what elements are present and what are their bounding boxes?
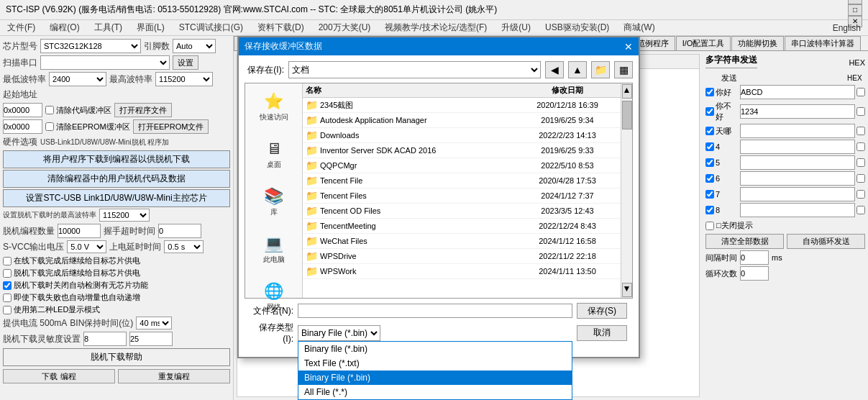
menu-program[interactable]: 编程(O) (45, 21, 83, 35)
send-hex-7[interactable] (856, 190, 865, 199)
tab-io-config[interactable]: I/O配置工具 (676, 36, 731, 50)
menu-file[interactable]: 文件(F) (3, 21, 40, 35)
nav-desktop[interactable]: 🖥 桌面 (263, 137, 285, 173)
help-button[interactable]: 脱机下载帮助 (3, 348, 230, 366)
file-row-10[interactable]: 📁 WPSDrive 2022/11/2 22:18 (303, 249, 621, 264)
prog-count-input[interactable] (58, 224, 101, 238)
clear-all-button[interactable]: 清空全部数据 (705, 234, 784, 249)
repeat-download-button[interactable]: 重复编程 (118, 369, 230, 383)
download-to-programmer-button[interactable]: 将用户程序下载到编程器以供脱机下载 (3, 150, 230, 168)
file-row-3[interactable]: 📁 Inventor Server SDK ACAD 2016 2019/6/2… (303, 143, 621, 158)
chip-select[interactable]: STC32G12K128 (40, 39, 141, 53)
view-toggle-button[interactable]: ▦ (614, 61, 633, 78)
bin-select[interactable]: 40 ms (136, 317, 172, 329)
clear-code-checkbox[interactable] (45, 106, 54, 114)
send-hex-8[interactable] (856, 206, 865, 214)
send-cb-7[interactable] (705, 190, 714, 199)
clear-eeprom-checkbox-row[interactable]: 清除EEPROM缓冲区 (45, 122, 130, 132)
dropdown-item-2[interactable]: Binary File (*.bin) (298, 371, 572, 385)
dropdown-item-1[interactable]: Text File (*.txt) (298, 356, 572, 371)
send-input-3[interactable] (740, 124, 855, 138)
file-scrollbar[interactable]: ▲ ▼ (621, 83, 632, 298)
interval-input[interactable] (740, 250, 769, 265)
nav-quick-access[interactable]: ⭐ 快速访问 (257, 89, 291, 125)
dropdown-item-3[interactable]: All File (*.*) (298, 385, 572, 399)
menu-stc-debug[interactable]: STC调试接口(G) (175, 21, 247, 35)
online-check1-checkbox[interactable] (3, 257, 12, 265)
set-chip-button[interactable]: 设置STC-USB Link1D/U8W/U8W-Mini主控芯片 (3, 189, 230, 207)
menu-prize[interactable]: 200万大奖(U) (314, 21, 375, 35)
send-input-2[interactable] (740, 104, 855, 119)
file-row-8[interactable]: 📁 TencentMeeting 2022/12/24 8:43 (303, 219, 621, 234)
max-baud-set-select[interactable]: 115200 (99, 209, 150, 222)
instant-check-checkbox[interactable] (3, 294, 12, 302)
menu-ui[interactable]: 界面(L) (132, 21, 169, 35)
filetype-select[interactable]: Binary file (*.bin) Text File (*.txt) Bi… (298, 325, 380, 341)
send-cb-1[interactable] (705, 88, 714, 96)
send-input-7[interactable] (740, 187, 855, 201)
auto-send-button[interactable]: 自动循环发送 (787, 234, 865, 249)
send-cb-5[interactable] (705, 158, 714, 167)
open-prog-button[interactable]: 打开程序文件 (114, 103, 172, 117)
file-row-1[interactable]: 📁 Autodesk Application Manager 2019/6/25… (303, 113, 621, 128)
delay-select[interactable]: 0.5 s (164, 240, 204, 253)
settings-button[interactable]: 设置 (173, 55, 198, 70)
clear-programmer-button[interactable]: 清除编程器中的用户脱机代码及数据 (3, 170, 230, 188)
send-input-1[interactable] (740, 85, 855, 99)
send-hex-2[interactable] (856, 107, 865, 116)
send-hex-3[interactable] (856, 127, 865, 135)
sensitivity-input1[interactable] (83, 332, 127, 346)
pin-select[interactable]: Auto (173, 39, 216, 53)
file-row-5[interactable]: 📁 Tencent File 2020/4/28 17:53 (303, 173, 621, 188)
handshake-input[interactable] (158, 224, 201, 238)
max-baud-select[interactable]: 115200 (155, 72, 213, 86)
min-baud-select[interactable]: 2400 (49, 72, 106, 86)
send-hex-1[interactable] (856, 88, 865, 96)
menu-upgrade[interactable]: 升级(U) (497, 21, 535, 35)
send-cb-3[interactable] (705, 127, 714, 135)
close-hint-checkbox[interactable] (705, 222, 714, 230)
svcc-select[interactable]: 5.0 V (67, 240, 106, 253)
menu-english[interactable]: English (828, 22, 865, 34)
send-cb-6[interactable] (705, 174, 714, 183)
cancel-button[interactable]: 取消 (577, 325, 627, 341)
scroll-down-arrow[interactable]: ▼ (622, 283, 632, 297)
send-cb-8[interactable] (705, 206, 714, 214)
save-button[interactable]: 保存(S) (577, 303, 627, 319)
up-nav-button[interactable]: ▲ (568, 61, 587, 78)
send-cb-4[interactable] (705, 142, 714, 151)
open-eeprom-button[interactable]: 打开EEPROM文件 (133, 119, 209, 134)
send-input-4[interactable] (740, 140, 855, 154)
filename-input[interactable] (298, 304, 572, 318)
save-path-select[interactable]: 文档 (288, 61, 541, 78)
file-row-6[interactable]: 📁 Tencent Files 2024/1/12 7:37 (303, 188, 621, 204)
auto-check-checkbox[interactable] (3, 281, 12, 290)
maximize-button[interactable]: □ (848, 4, 862, 16)
clear-eeprom-checkbox[interactable] (45, 122, 54, 131)
send-hex-5[interactable] (856, 158, 865, 167)
scroll-up-arrow[interactable]: ▲ (622, 84, 632, 99)
menu-download[interactable]: 资料下载(D) (253, 21, 309, 35)
send-hex-6[interactable] (856, 174, 865, 183)
scroll-thumb[interactable] (622, 101, 632, 129)
file-row-4[interactable]: 📁 QQPCMgr 2022/5/10 8:53 (303, 158, 621, 173)
nav-computer[interactable]: 💻 此电脑 (260, 232, 288, 268)
dialog-close-button[interactable]: ✕ (624, 41, 633, 53)
send-input-6[interactable] (740, 171, 855, 186)
led-check-checkbox[interactable] (3, 306, 12, 314)
nav-library[interactable]: 📚 库 (261, 184, 286, 220)
file-row-2[interactable]: 📁 Downloads 2022/2/23 14:13 (303, 128, 621, 143)
send-hex-4[interactable] (856, 142, 865, 151)
menu-usb-driver[interactable]: USB驱动安装(D) (541, 21, 613, 35)
online-check2-checkbox[interactable] (3, 269, 12, 278)
menu-shop[interactable]: 商城(W) (619, 21, 659, 35)
file-row-0[interactable]: 📁 2345截图 2020/12/18 16:39 (303, 98, 621, 113)
addr2-input[interactable] (3, 119, 42, 134)
file-row-7[interactable]: 📁 Tencent OD Files 2023/3/5 12:43 (303, 204, 621, 219)
menu-tools[interactable]: 工具(T) (90, 21, 127, 35)
new-folder-button[interactable]: 📁 (591, 61, 610, 78)
menu-video[interactable]: 视频教学/技术论坛/选型(F) (380, 21, 491, 35)
send-cb-2[interactable] (705, 107, 714, 116)
file-row-9[interactable]: 📁 WeChat Files 2024/1/12 16:58 (303, 234, 621, 249)
send-input-5[interactable] (740, 155, 855, 170)
